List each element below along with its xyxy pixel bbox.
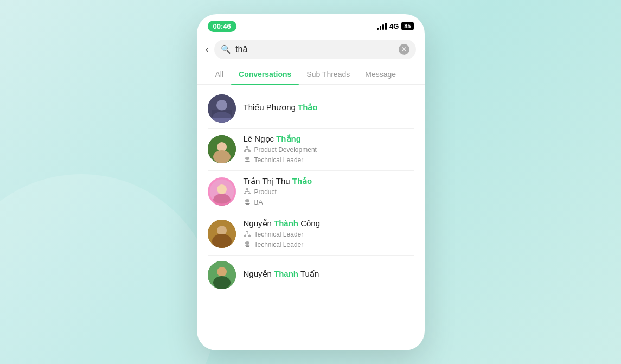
result-meta: Technical Leader Technical Leader [244,230,414,250]
result-meta: Product Development Technical Leader [244,145,414,165]
svg-point-19 [217,184,227,194]
role-icon [244,240,251,250]
role-label: Technical Leader [254,156,304,164]
svg-rect-35 [246,231,248,232]
meta-role: Technical Leader [244,156,414,165]
department-label: Technical Leader [254,231,304,238]
status-right: 4G 85 [377,22,414,30]
department-label: Product [254,188,277,196]
result-name: Thiều Phương Thảo [244,103,414,112]
result-meta: Product BA [244,188,414,207]
result-info: Nguyễn Thành Công [244,219,414,250]
avatar [208,220,236,248]
avatar [208,135,236,163]
list-item[interactable]: Nguyễn Thanh Tuấn [197,256,425,295]
org-icon [244,145,251,155]
status-time: 00:46 [208,21,236,32]
svg-point-15 [245,157,249,160]
search-input[interactable]: thă [235,44,394,54]
svg-rect-24 [248,193,251,194]
status-bar: 00:46 4G 85 [197,14,425,36]
svg-rect-30 [246,203,249,205]
role-label: BA [254,199,263,206]
tab-subthreads[interactable]: Sub Threads [299,65,357,84]
svg-rect-9 [244,150,246,152]
meta-role: BA [244,198,414,207]
signal-icon [377,22,387,30]
department-label: Product Development [254,146,317,154]
phone-frame: 00:46 4G 85 ‹ 🔍 thă ✕ All Conver [197,14,425,350]
avatar [208,261,236,289]
meta-department: Technical Leader [244,230,414,239]
result-name: Trần Thị Thu Thảo [244,176,414,186]
role-icon [244,156,251,165]
results-list: Thiều Phương Thảo Lê Ngọc Thắng [197,85,425,350]
network-label: 4G [389,22,399,30]
role-label: Technical Leader [254,241,304,248]
search-box[interactable]: 🔍 thă ✕ [214,40,415,59]
meta-department: Product Development [244,145,414,155]
result-info: Thiều Phương Thảo [244,103,414,114]
tab-message[interactable]: Message [357,65,404,84]
back-button[interactable]: ‹ [206,43,209,55]
svg-rect-8 [246,146,248,148]
meta-department: Product [244,188,414,197]
svg-point-7 [213,150,231,163]
svg-point-47 [213,276,231,289]
role-icon [244,198,251,207]
svg-rect-22 [246,188,248,190]
result-name: Lê Ngọc Thắng [244,134,414,144]
org-icon [244,230,251,239]
svg-rect-10 [248,150,251,152]
search-area: ‹ 🔍 thă ✕ [197,36,425,65]
list-item[interactable]: Thiều Phương Thảo [197,89,425,128]
avatar [208,94,236,123]
battery-indicator: 85 [401,22,413,30]
svg-rect-16 [246,161,249,162]
result-name: Nguyễn Thành Công [244,219,414,228]
list-item[interactable]: Nguyễn Thành Công [197,213,425,255]
result-name: Nguyễn Thanh Tuấn [244,269,414,279]
meta-role: Technical Leader [244,240,414,250]
svg-rect-37 [248,235,251,237]
background-shape [0,174,217,364]
result-info: Lê Ngọc Thắng [244,134,414,165]
avatar [208,177,236,206]
org-icon [244,188,251,197]
tab-conversations[interactable]: Conversations [231,65,299,84]
list-item[interactable]: Trần Thị Thu Thảo [197,171,425,213]
clear-icon: ✕ [401,46,407,53]
svg-rect-23 [244,193,246,194]
svg-point-42 [245,241,249,245]
clear-button[interactable]: ✕ [399,44,409,55]
svg-point-1 [216,100,227,111]
result-info: Nguyễn Thanh Tuấn [244,269,414,280]
tab-bar: All Conversations Sub Threads Message [197,65,425,85]
list-item[interactable]: Lê Ngọc Thắng [197,129,425,170]
result-info: Trần Thị Thu Thảo [244,176,414,207]
svg-point-29 [245,199,249,202]
svg-rect-36 [244,235,246,237]
tab-all[interactable]: All [208,65,232,84]
search-icon: 🔍 [221,44,231,54]
svg-rect-43 [246,246,249,247]
svg-point-46 [217,267,227,277]
svg-rect-3 [212,110,232,118]
